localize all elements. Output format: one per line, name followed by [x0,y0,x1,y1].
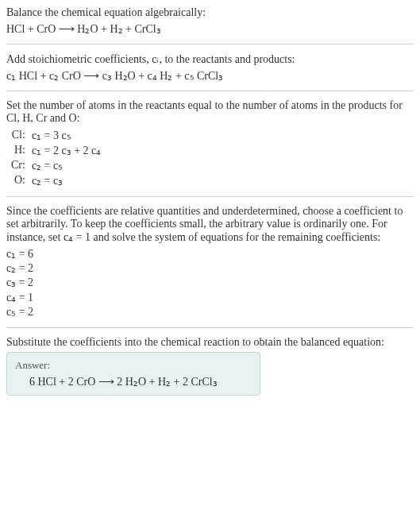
stoich-equation: c₁ HCl + c₂ CrO ⟶ c₃ H₂O + c₄ H₂ + c₅ Cr… [6,69,414,83]
divider [6,91,414,91]
element-relation: c₁ = 3 c₅ [29,128,104,143]
divider [6,327,414,328]
table-row: Cr: c₂ = c₅ [8,158,104,173]
atom-balance-table: Cl: c₁ = 3 c₅ H: c₁ = 2 c₃ + 2 c₄ Cr: c₂… [8,128,104,188]
substitute-intro: Substitute the coefficients into the che… [6,336,414,349]
atom-balance-intro: Set the number of atoms in the reactants… [6,99,414,125]
prompt-line-1: Balance the chemical equation algebraica… [6,6,414,19]
element-relation: c₁ = 2 c₃ + 2 c₄ [29,143,104,158]
element-relation: c₂ = c₅ [29,158,104,173]
coef-value: c₃ = 2 [6,276,414,290]
coef-value: c₄ = 1 [6,291,414,305]
element-relation: c₂ = c₃ [29,173,104,188]
element-label: O: [8,173,29,188]
divider [6,196,414,197]
balanced-equation: 6 HCl + 2 CrO ⟶ 2 H₂O + H₂ + 2 CrCl₃ [15,375,252,388]
table-row: Cl: c₁ = 3 c₅ [8,128,104,143]
divider [6,44,414,44]
solve-intro: Since the coefficients are relative quan… [6,205,414,244]
answer-label: Answer: [15,359,252,372]
element-label: H: [8,143,29,158]
answer-box: Answer: 6 HCl + 2 CrO ⟶ 2 H₂O + H₂ + 2 C… [6,352,260,396]
coef-value: c₂ = 2 [6,261,414,276]
table-row: H: c₁ = 2 c₃ + 2 c₄ [8,143,104,158]
coef-value: c₅ = 2 [6,305,414,319]
solved-coefficients: c₁ = 6 c₂ = 2 c₃ = 2 c₄ = 1 c₅ = 2 [6,247,414,319]
element-label: Cr: [8,158,29,173]
stoich-intro: Add stoichiometric coefficients, cᵢ, to … [6,52,414,66]
table-row: O: c₂ = c₃ [8,173,104,188]
coef-value: c₁ = 6 [6,247,414,261]
element-label: Cl: [8,128,29,143]
unbalanced-equation: HCl + CrO ⟶ H₂O + H₂ + CrCl₃ [6,22,414,36]
